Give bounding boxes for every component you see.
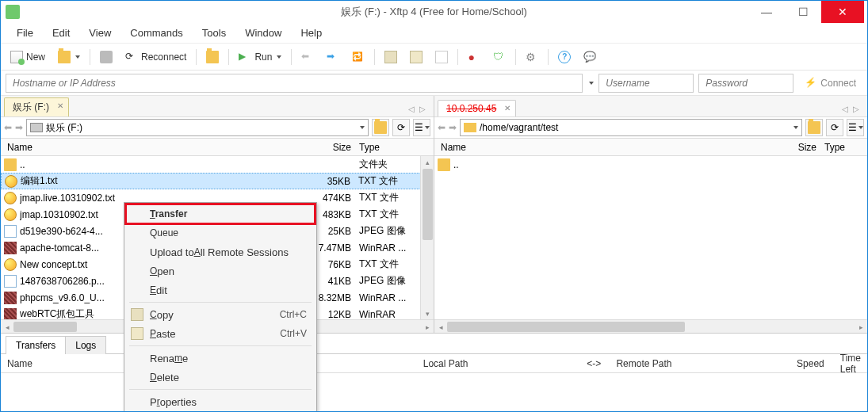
txt-icon <box>4 208 17 221</box>
remote-tabs: 10.0.250.45✕ ◁▷ <box>434 96 867 116</box>
col-size[interactable]: Size <box>785 142 824 153</box>
menu-edit[interactable]: EditEdit <box>126 280 315 299</box>
open-button[interactable] <box>53 48 85 66</box>
close-icon[interactable]: ✕ <box>504 104 510 113</box>
remote-filelist[interactable]: .. <box>434 156 867 319</box>
col-size[interactable]: Size <box>304 142 359 153</box>
list-view-button[interactable]: ☰ <box>413 119 430 136</box>
menu-copy-shortcut: Ctrl+C <box>280 309 307 320</box>
col-type[interactable]: Type <box>359 142 430 153</box>
menu-commands[interactable]: Commands <box>122 25 190 41</box>
close-icon[interactable]: ✕ <box>57 101 63 110</box>
menu-edit[interactable]: Edit <box>44 25 78 41</box>
remote-tab[interactable]: 10.0.250.45✕ <box>438 100 516 116</box>
menubar: File Edit View Commands Tools Window Hel… <box>1 23 867 44</box>
history-back-icon[interactable]: ⬅ <box>4 122 12 133</box>
col-type[interactable]: Type <box>824 142 864 153</box>
zip-icon <box>4 242 17 254</box>
close-button[interactable]: ✕ <box>821 1 864 23</box>
refresh-button[interactable]: ⟳ <box>826 119 843 136</box>
tab-next-icon[interactable]: ▷ <box>851 105 861 113</box>
col-time-left[interactable]: Time Left <box>824 353 861 375</box>
record-icon <box>468 51 480 63</box>
tab-logs[interactable]: Logs <box>65 336 106 354</box>
settings-button[interactable] <box>521 48 543 66</box>
col-local-path[interactable]: Local Path <box>423 358 572 369</box>
menu-file[interactable]: File <box>9 25 41 41</box>
tab-transfers[interactable]: Transfers <box>6 336 66 354</box>
tab-prev-icon[interactable]: ◁ <box>840 105 850 113</box>
col-name[interactable]: Name <box>4 142 304 153</box>
maximize-button[interactable]: ☐ <box>785 1 821 23</box>
menu-open[interactable]: OpenOpen <box>126 261 315 280</box>
menu-transfer[interactable]: TTransferransfer <box>126 204 315 223</box>
menu-copy[interactable]: CopyCtrl+CCopy <box>126 305 315 324</box>
refresh-button[interactable]: ⟳ <box>392 119 410 136</box>
browse-button[interactable] <box>201 48 224 66</box>
menu-queue-label: Queue <box>150 227 178 238</box>
menu-window[interactable]: Window <box>237 25 289 41</box>
sync-button[interactable] <box>347 48 369 66</box>
menu-properties[interactable]: PropertiesProperties <box>126 392 315 411</box>
tab-next-icon[interactable]: ▷ <box>418 105 427 113</box>
minimize-button[interactable]: — <box>748 1 785 23</box>
back-button[interactable] <box>296 48 319 66</box>
record-button[interactable] <box>463 48 485 66</box>
chevron-down-icon[interactable] <box>589 82 594 85</box>
horizontal-scrollbar[interactable]: ◂▸ <box>434 319 867 333</box>
history-fwd-icon[interactable]: ➡ <box>449 122 457 133</box>
help-button[interactable] <box>553 48 575 66</box>
file-type: TXT 文件 <box>358 174 430 188</box>
history-fwd-icon[interactable]: ➡ <box>15 122 23 133</box>
menu-view[interactable]: View <box>81 25 119 41</box>
file-row[interactable]: ..文件夹 <box>1 156 434 173</box>
menu-queue[interactable]: Queue <box>126 223 315 242</box>
menu-delete[interactable]: DeleteDelete <box>126 368 315 387</box>
col-remote-path[interactable]: Remote Path <box>616 358 750 369</box>
stop-button[interactable] <box>430 48 453 66</box>
menu-upload-all[interactable]: Upload to All Remote SessionsUpload to A… <box>126 242 315 261</box>
remote-path-text: /home/vagrant/test <box>480 122 558 133</box>
vertical-scrollbar[interactable]: ▴▾ <box>420 156 434 319</box>
menu-paste[interactable]: PasteCtrl+VPaste <box>126 324 315 343</box>
reconnect-button[interactable]: ⟳Reconnect <box>120 48 191 66</box>
run-button[interactable]: Run <box>234 48 286 66</box>
folder-icon <box>464 123 476 132</box>
col-speed[interactable]: Speed <box>750 358 824 369</box>
shield-button[interactable] <box>488 48 510 66</box>
local-tab[interactable]: 娱乐 (F:)✕ <box>4 97 69 116</box>
shield-icon <box>493 51 506 63</box>
list-view-button[interactable]: ☰ <box>847 119 864 136</box>
local-path-select[interactable]: 娱乐 (F:) <box>26 119 369 136</box>
paste-icon <box>131 327 143 340</box>
copy-button[interactable] <box>380 48 402 66</box>
connect-button[interactable]: ⚡Connect <box>798 74 862 92</box>
bubble-icon <box>583 51 596 63</box>
menu-help[interactable]: Help <box>293 25 330 41</box>
menu-tools[interactable]: Tools <box>194 25 234 41</box>
remote-path-select[interactable]: /home/vagrant/test <box>460 119 802 136</box>
menu-rename[interactable]: RenameRename <box>126 349 315 368</box>
username-input[interactable] <box>598 74 694 93</box>
history-back-icon[interactable]: ⬅ <box>438 122 445 133</box>
file-size: 35KB <box>303 176 358 187</box>
chevron-down-icon <box>75 55 80 59</box>
reconnect-chain-button[interactable] <box>95 48 117 66</box>
up-folder-button[interactable] <box>372 119 389 136</box>
up-folder-button[interactable] <box>805 119 823 136</box>
paste-button[interactable] <box>405 48 427 66</box>
tab-prev-icon[interactable]: ◁ <box>407 105 416 113</box>
forward-button[interactable] <box>322 48 344 66</box>
file-row[interactable]: 编辑1.txt35KBTXT 文件 <box>1 173 434 189</box>
new-button[interactable]: New <box>6 48 50 66</box>
txt-icon <box>4 192 17 204</box>
new-label: New <box>26 52 45 63</box>
file-row[interactable]: .. <box>434 156 867 173</box>
feedback-button[interactable] <box>579 48 601 66</box>
hostname-input[interactable] <box>6 74 583 93</box>
col-direction[interactable]: <-> <box>572 358 616 369</box>
chevron-down-icon <box>425 126 430 129</box>
col-name[interactable]: Name <box>438 142 785 153</box>
file-name: .. <box>453 159 864 170</box>
password-input[interactable] <box>698 74 793 93</box>
